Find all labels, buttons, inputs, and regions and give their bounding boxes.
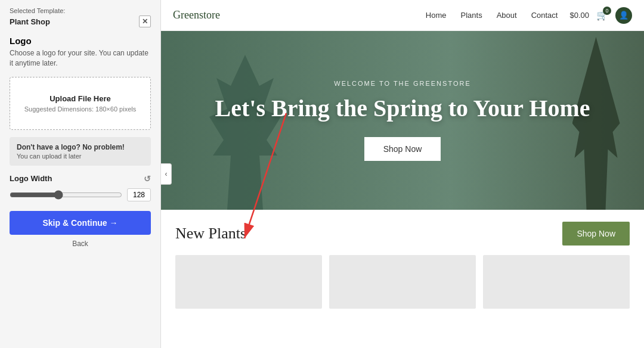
bottom-section: New Plants Shop Now [161,210,644,348]
refresh-icon[interactable]: ↺ [144,174,151,184]
selected-template-label: Selected Template: [10,7,151,14]
logo-width-label: Logo Width [10,174,52,183]
bottom-shop-now-button[interactable]: Shop Now [562,222,630,246]
hero-content: WELCOME TO THE GREENSTORE Let's Bring th… [215,80,590,161]
logo-width-label-row: Logo Width ↺ [10,174,151,184]
upload-box-subtitle: Suggested Dimensions: 180×60 pixels [16,105,144,113]
product-card-1[interactable] [175,255,322,309]
upload-box-title: Upload File Here [16,94,144,103]
nav-link-contact[interactable]: Contact [531,11,558,20]
nav-actions: $0.00 🛒 0 👤 [569,7,632,24]
logo-section-desc: Choose a logo for your site. You can upd… [10,48,151,69]
close-icon: ✕ [142,17,148,26]
collapse-icon: ‹ [165,170,168,178]
collapse-panel-button[interactable]: ‹ [161,163,172,185]
cart-badge: 0 [603,7,611,15]
cart-icon-wrapper[interactable]: 🛒 0 [596,10,608,21]
no-logo-subtitle: You can upload it later [17,153,144,160]
no-logo-title: Don't have a logo? No problem! [17,143,144,151]
bottom-header-row: New Plants Shop Now [175,222,630,246]
product-grid [175,255,630,309]
new-plants-title: New Plants [175,225,246,243]
hero-section: WELCOME TO THE GREENSTORE Let's Bring th… [161,31,644,210]
skip-continue-label: Skip & Continue → [43,218,118,228]
right-panel: ‹ Greenstore Home Plants About Contact $… [161,0,644,348]
logo-width-value[interactable] [127,188,151,201]
nav-logo: Greenstore [173,9,426,21]
back-link[interactable]: Back [10,240,151,248]
product-card-2[interactable] [329,255,476,309]
nav-link-home[interactable]: Home [426,11,447,20]
user-icon: 👤 [619,11,628,20]
nav-price: $0.00 [569,11,589,20]
nav-links: Home Plants About Contact [426,11,558,20]
hero-title: Let's Bring the Spring to Your Home [215,94,590,123]
template-name: Plant Shop [10,17,50,26]
no-logo-box: Don't have a logo? No problem! You can u… [10,137,151,166]
left-panel: Selected Template: Plant Shop ✕ Logo Cho… [0,0,161,348]
user-avatar-icon[interactable]: 👤 [615,7,632,24]
nav-link-about[interactable]: About [497,11,517,20]
product-card-3[interactable] [483,255,630,309]
hero-shop-now-button[interactable]: Shop Now [364,137,441,161]
upload-file-box[interactable]: Upload File Here Suggested Dimensions: 1… [10,77,151,130]
hero-subtitle: WELCOME TO THE GREENSTORE [215,80,590,87]
logo-section-title: Logo [10,36,151,46]
logo-width-slider[interactable] [10,190,122,200]
template-name-row: Plant Shop ✕ [10,15,151,27]
nav-bar: Greenstore Home Plants About Contact $0.… [161,0,644,31]
nav-link-plants[interactable]: Plants [461,11,482,20]
close-button[interactable]: ✕ [139,15,151,27]
skip-continue-button[interactable]: Skip & Continue → [10,211,151,235]
logo-width-slider-row [10,188,151,201]
